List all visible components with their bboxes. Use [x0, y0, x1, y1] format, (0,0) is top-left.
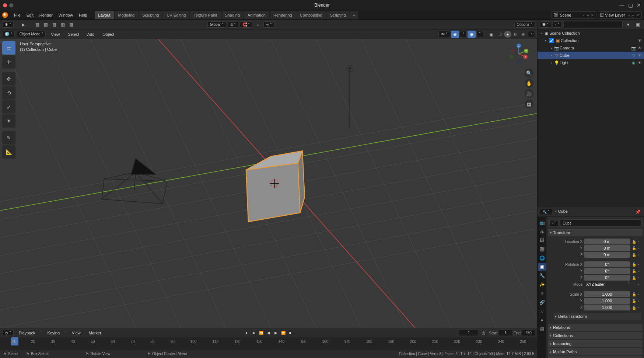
keyframe-next-icon[interactable]: ⏩ — [280, 330, 287, 336]
proportional-edit-icon[interactable]: ○ — [254, 21, 262, 28]
lock-icon[interactable]: 🔓 — [631, 263, 637, 267]
menu-edit[interactable]: Edit — [24, 11, 36, 19]
proportional-falloff-dropdown[interactable]: ∿ ˅ — [263, 21, 274, 28]
vp-menu-select[interactable]: Select — [65, 31, 82, 38]
timeline-menu-view[interactable]: View — [69, 329, 84, 337]
field-rot-mode[interactable]: XYZ Euler ˅ — [584, 281, 630, 288]
viewlayer-selector[interactable]: 🖼 View Layer ▫ + × — [598, 11, 642, 19]
close-dot[interactable] — [3, 3, 7, 7]
viewlayer-browse-icon[interactable]: ▫ — [627, 13, 631, 17]
timeline-scrollbar[interactable] — [0, 345, 537, 349]
field-scale-x[interactable]: 1.000 — [584, 291, 630, 297]
snap-icon-5[interactable]: ▦ — [67, 21, 76, 28]
panel-motion-paths[interactable]: ▸Motion Paths — [548, 348, 643, 355]
timeline-editor-type[interactable]: ◷ ˅ — [2, 330, 14, 336]
eye-icon[interactable]: 👁 — [637, 53, 643, 58]
props-tab-constraints[interactable]: 🔗 — [538, 298, 546, 306]
panel-visibility[interactable]: ▸Visibility — [548, 356, 643, 358]
start-frame-field[interactable]: 1 — [499, 330, 512, 336]
tab-animation[interactable]: Animation — [244, 11, 269, 19]
field-rot-z[interactable]: 0° — [584, 275, 630, 281]
lock-icon[interactable]: 🔓 — [631, 292, 637, 296]
tool-measure[interactable]: 📐 — [2, 145, 15, 159]
blender-logo-icon[interactable] — [2, 12, 8, 18]
props-tab-particles[interactable]: ✨ — [538, 281, 546, 289]
transform-orientation-dropdown[interactable]: Global ˅ — [207, 21, 226, 28]
tab-add-workspace[interactable]: + — [350, 11, 358, 19]
vp-menu-object[interactable]: Object — [99, 31, 117, 38]
jump-end-icon[interactable]: ⏭ — [287, 330, 294, 336]
minimize-icon[interactable]: — — [619, 2, 624, 8]
shading-wireframe-icon[interactable]: ⊞ — [496, 31, 504, 38]
outliner-display-mode[interactable]: ▫ ˅ — [553, 21, 562, 28]
menu-file[interactable]: File — [11, 11, 24, 19]
tool-move[interactable]: ✥ — [2, 72, 15, 86]
timeline-menu-playback[interactable]: Playback — [16, 329, 38, 337]
play-reverse-icon[interactable]: ◀ — [265, 330, 272, 336]
props-tab-output[interactable]: 🖨 — [538, 227, 546, 236]
tab-modeling[interactable]: Modeling — [115, 11, 139, 19]
scene-browse-icon[interactable]: ▫ — [582, 13, 585, 17]
keyframe-prev-icon[interactable]: ⏪ — [258, 330, 265, 336]
pivot-dropdown[interactable]: ⊙ ˅ — [228, 21, 239, 28]
props-tab-modifiers[interactable]: 🔧 — [538, 272, 546, 280]
gizmo-dropdown[interactable]: ˅ — [460, 31, 467, 37]
viewlayer-delete-icon[interactable]: × — [636, 13, 640, 17]
field-loc-y[interactable]: 0 m — [584, 245, 630, 251]
snap-icon-4[interactable]: ▦ — [59, 21, 67, 28]
tool-select-box[interactable]: ▭ — [2, 41, 15, 55]
visibility-dropdown[interactable]: 👁 ˅ — [438, 31, 450, 37]
props-tab-object[interactable]: ▣ — [538, 263, 546, 271]
object-data-dropdown[interactable]: ▫ ˅ — [549, 220, 559, 226]
jump-start-icon[interactable]: ⏮ — [251, 330, 257, 336]
tab-shading[interactable]: Shading — [221, 11, 244, 19]
props-tab-scene[interactable]: 🎬 — [538, 245, 546, 253]
props-tab-world[interactable]: 🌐 — [538, 254, 546, 262]
field-rot-x[interactable]: 0° — [584, 261, 630, 267]
perspective-toggle-icon[interactable]: ▦ — [525, 100, 533, 108]
overlays-dropdown[interactable]: ˅ — [476, 31, 483, 37]
lock-icon[interactable]: 🔓 — [631, 269, 637, 273]
props-tab-physics[interactable]: ⚛ — [538, 289, 546, 298]
field-scale-y[interactable]: 1.000 — [584, 298, 630, 304]
tool-scale[interactable]: ⤢ — [2, 100, 15, 114]
props-tab-render[interactable]: 📺 — [538, 219, 546, 227]
overlays-toggle-icon[interactable]: ◉ — [468, 31, 476, 38]
scene-new-icon[interactable]: + — [585, 13, 590, 17]
end-frame-field[interactable]: 250 — [522, 330, 535, 336]
props-tab-texture[interactable]: ▨ — [538, 325, 546, 333]
scene-selector[interactable]: 🎬 Scene ▫ + × — [552, 11, 596, 19]
options-dropdown[interactable]: Options ˅ — [514, 21, 535, 28]
outliner-search-input[interactable] — [563, 21, 623, 28]
camera-view-icon[interactable]: 🎥 — [525, 89, 533, 98]
outliner-item-camera[interactable]: ▸📷Camera📷 👁 — [538, 44, 644, 52]
pan-icon[interactable]: ✋ — [525, 79, 533, 88]
outliner-collection[interactable]: ▾▣Collection 👁 — [538, 37, 644, 44]
outliner-editor-type[interactable]: ☰ ˅ — [540, 21, 551, 28]
timeline-ruler[interactable]: 1 10203040506070809010011012013014015016… — [0, 337, 537, 345]
snap-icon-2[interactable]: ▦ — [42, 21, 50, 28]
snap-icon-1[interactable]: ▦ — [34, 21, 42, 28]
eye-icon[interactable]: 👁 — [637, 38, 643, 43]
menu-help[interactable]: Help — [76, 11, 90, 19]
current-frame-field[interactable]: 1 — [459, 330, 478, 336]
props-tab-viewlayer[interactable]: 🖼 — [538, 236, 546, 244]
menu-window[interactable]: Window — [56, 11, 76, 19]
tab-scripting[interactable]: Scripting — [326, 11, 350, 19]
scene-delete-icon[interactable]: × — [590, 13, 595, 17]
timeline-menu-marker[interactable]: Marker — [86, 329, 104, 337]
panel-transform-header[interactable]: ▾Transform — [548, 229, 643, 236]
shading-solid-icon[interactable]: ● — [504, 31, 511, 38]
outliner-new-collection-icon[interactable]: ▣ — [634, 21, 642, 28]
properties-editor-type[interactable]: 🔧 ˅ — [540, 209, 552, 215]
field-loc-x[interactable]: 0 m — [584, 239, 630, 244]
tab-rendering[interactable]: Rendering — [270, 11, 296, 19]
lock-icon[interactable]: 🔓 — [631, 306, 637, 310]
autokey-icon[interactable]: ● — [243, 330, 250, 336]
snap-icon-3[interactable]: ▦ — [50, 21, 59, 28]
collection-checkbox[interactable] — [549, 38, 554, 43]
tool-annotate[interactable]: ✎ — [2, 131, 15, 145]
lock-icon[interactable]: 🔓 — [631, 276, 637, 280]
zoom-icon[interactable]: 🔍 — [525, 69, 533, 77]
timeline-menu-keying[interactable]: Keying — [44, 329, 63, 337]
